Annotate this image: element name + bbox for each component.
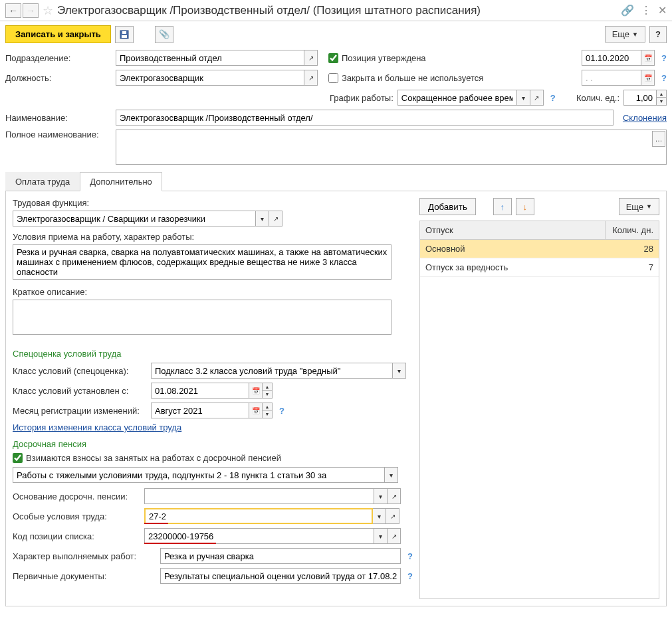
help-icon[interactable]: ? xyxy=(279,406,284,416)
help-icon[interactable]: ? xyxy=(661,73,667,83)
labor-function-label: Трудовая функция: xyxy=(13,198,413,208)
move-up-button[interactable]: ↑ xyxy=(493,198,512,215)
labor-function-dropdown-icon[interactable]: ▾ xyxy=(256,211,269,226)
name-label: Наименование: xyxy=(5,113,112,123)
pension-basis-open-icon[interactable]: ↗ xyxy=(388,488,401,504)
help-button[interactable]: ? xyxy=(649,26,667,43)
position-input[interactable] xyxy=(116,70,304,86)
list-code-input[interactable] xyxy=(144,528,374,544)
labor-function-input[interactable] xyxy=(13,211,256,226)
special-conditions-dropdown-icon[interactable]: ▾ xyxy=(373,508,386,524)
help-icon[interactable]: ? xyxy=(661,53,667,63)
short-desc-label: Краткое описание: xyxy=(13,287,413,297)
svg-rect-2 xyxy=(122,31,126,34)
closed-date-input[interactable] xyxy=(582,70,641,86)
primary-docs-label: Первичные документы: xyxy=(13,571,156,581)
pension-basis-input[interactable] xyxy=(144,488,374,504)
move-down-button[interactable]: ↓ xyxy=(516,198,534,215)
reg-month-down-icon[interactable]: ▼ xyxy=(263,410,272,418)
window-title: Электрогазосварщик /Производственный отд… xyxy=(57,4,621,17)
class-from-up-icon[interactable]: ▲ xyxy=(263,383,272,391)
close-icon[interactable]: ✕ xyxy=(658,4,667,17)
position-label: Должность: xyxy=(5,73,112,83)
help-icon[interactable]: ? xyxy=(407,571,413,581)
units-up-icon[interactable]: ▲ xyxy=(657,90,666,98)
back-button[interactable]: ← xyxy=(5,3,21,18)
history-link[interactable]: История изменения класса условий труда xyxy=(13,422,181,432)
table-row[interactable]: Основной 28 xyxy=(420,240,659,258)
table-more-button[interactable]: Еще▼ xyxy=(619,198,659,215)
units-input[interactable] xyxy=(623,90,657,106)
approved-checkbox[interactable] xyxy=(328,53,338,63)
primary-docs-input[interactable] xyxy=(160,568,401,584)
pension-work-dropdown-icon[interactable]: ▾ xyxy=(385,467,398,483)
department-input[interactable] xyxy=(116,50,304,66)
svg-rect-1 xyxy=(122,35,127,38)
reg-month-up-icon[interactable]: ▲ xyxy=(263,403,272,410)
pension-basis-label: Основание досрочн. пенсии: xyxy=(13,492,140,501)
save-button[interactable] xyxy=(115,26,134,43)
special-conditions-open-icon[interactable]: ↗ xyxy=(386,508,399,524)
attach-button[interactable]: 📎 xyxy=(155,26,173,43)
class-sout-input[interactable] xyxy=(151,363,393,379)
schedule-open-icon[interactable]: ↗ xyxy=(530,90,544,106)
tab-additional[interactable]: Дополнительно xyxy=(80,172,162,191)
link-icon[interactable]: 🔗 xyxy=(621,4,634,17)
pension-basis-dropdown-icon[interactable]: ▾ xyxy=(374,488,388,504)
declensions-link[interactable]: Склонения xyxy=(623,113,667,123)
department-open-icon[interactable]: ↗ xyxy=(304,50,318,66)
help-icon[interactable]: ? xyxy=(407,551,413,561)
reg-month-input[interactable] xyxy=(151,403,249,418)
position-open-icon[interactable]: ↗ xyxy=(304,70,318,86)
pension-section-title: Досрочная пенсия xyxy=(13,439,413,449)
more-button[interactable]: Еще▼ xyxy=(605,26,645,43)
class-sout-label: Класс условий (спецоценка): xyxy=(13,366,147,376)
special-conditions-label: Особые условия труда: xyxy=(13,511,140,521)
save-close-button[interactable]: Записать и закрыть xyxy=(5,25,111,43)
reg-month-calendar-icon[interactable]: 📅 xyxy=(249,403,263,418)
schedule-label: График работы: xyxy=(330,93,393,103)
class-from-input[interactable] xyxy=(151,383,249,399)
vacation-header[interactable]: Отпуск xyxy=(420,221,606,239)
labor-function-open-icon[interactable]: ↗ xyxy=(269,211,282,226)
vacations-table: Отпуск Колич. дн. Основной 28 Отпуск за … xyxy=(419,221,659,599)
list-code-open-icon[interactable]: ↗ xyxy=(388,528,401,544)
star-icon[interactable]: ☆ xyxy=(43,3,53,18)
name-input[interactable] xyxy=(116,110,614,126)
schedule-dropdown-icon[interactable]: ▾ xyxy=(517,90,530,106)
units-down-icon[interactable]: ▼ xyxy=(657,98,666,105)
reg-month-label: Месяц регистрации изменений: xyxy=(13,406,147,416)
class-from-calendar-icon[interactable]: 📅 xyxy=(249,383,263,399)
special-conditions-input[interactable] xyxy=(144,508,373,524)
help-icon[interactable]: ? xyxy=(550,93,556,103)
closed-checkbox[interactable] xyxy=(328,73,338,83)
units-label: Колич. ед.: xyxy=(576,93,619,103)
class-from-down-icon[interactable]: ▼ xyxy=(263,391,272,398)
department-label: Подразделение: xyxy=(5,53,112,63)
full-name-expand-icon[interactable]: … xyxy=(652,131,665,147)
full-name-textarea[interactable] xyxy=(116,130,667,165)
menu-icon[interactable]: ⋮ xyxy=(641,4,651,17)
contributions-checkbox[interactable] xyxy=(13,453,23,463)
work-nature-input[interactable] xyxy=(160,548,401,564)
forward-button[interactable]: → xyxy=(23,3,39,18)
table-row[interactable]: Отпуск за вредность 7 xyxy=(420,258,659,277)
tab-payment[interactable]: Оплата труда xyxy=(5,172,80,191)
pension-work-input[interactable] xyxy=(13,467,385,483)
hire-conditions-label: Условия приема на работу, характер работ… xyxy=(13,232,413,242)
schedule-input[interactable] xyxy=(397,90,517,106)
add-button[interactable]: Добавить xyxy=(419,198,476,215)
list-code-label: Код позиции списка: xyxy=(13,531,140,541)
class-sout-dropdown-icon[interactable]: ▾ xyxy=(393,363,406,379)
days-header[interactable]: Колич. дн. xyxy=(606,221,659,239)
approved-date-input[interactable] xyxy=(582,50,641,66)
hire-conditions-textarea[interactable] xyxy=(13,244,392,280)
sout-section-title: Спецоценка условий труда xyxy=(13,349,413,359)
full-name-label: Полное наименование: xyxy=(5,130,112,139)
approved-date-calendar-icon[interactable]: 📅 xyxy=(641,50,655,66)
list-code-dropdown-icon[interactable]: ▾ xyxy=(374,528,388,544)
closed-date-calendar-icon[interactable]: 📅 xyxy=(641,70,655,86)
closed-label: Закрыта и больше не используется xyxy=(342,73,483,83)
short-desc-textarea[interactable] xyxy=(13,300,392,335)
class-from-label: Класс условий установлен с: xyxy=(13,386,147,396)
